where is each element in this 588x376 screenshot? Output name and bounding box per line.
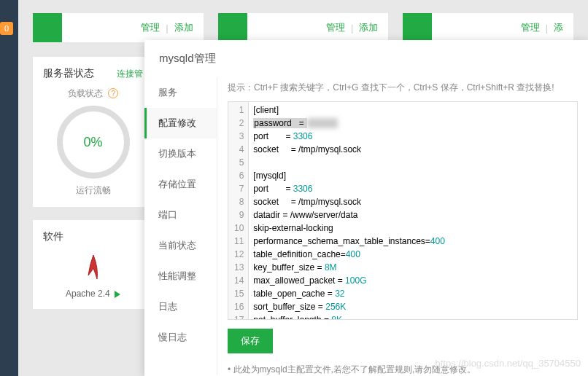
sidebar-item-4[interactable]: 端口 [144,200,217,230]
service-icon-box [33,13,62,42]
panel-title: 软件 [43,230,63,243]
separator: | [166,23,168,34]
left-rail [0,0,18,376]
server-status-panel: 服务器状态 连接管 负载状态 ? 0% 运行流畅 [33,57,153,207]
sidebar-item-2[interactable]: 切换版本 [144,138,217,169]
sidebar-item-5[interactable]: 当前状态 [144,230,217,261]
apache-label: Apache 2.4 [66,289,110,299]
load-label: 负载状态 [68,88,103,98]
code-content[interactable]: [client]password = xxxxxxxport = 3306soc… [249,102,449,320]
line-gutter: 1234567891011121314151617 [228,102,249,320]
help-icon[interactable]: ? [108,88,118,98]
sidebar-item-6[interactable]: 性能调整 [144,261,217,291]
separator: | [546,23,548,34]
editor-hint: 提示：Ctrl+F 搜索关键字，Ctrl+G 查找下一个，Ctrl+S 保存，C… [228,77,578,101]
service-card: 管理 | 添 [403,13,573,42]
modal-title: mysqld管理 [144,40,588,77]
panel-title: 服务器状态 [43,67,94,80]
load-gauge: 0% [57,106,130,179]
service-card: 管理 | 添加 [218,13,389,42]
top-cards-row: 管理 | 添加 管理 | 添加 管理 | 添 [18,0,588,42]
manage-link[interactable]: 管理 [141,21,160,34]
sidebar-item-7[interactable]: 日志 [144,291,217,322]
watermark: https://blog.csdn.net/qq_35704550 [436,358,581,369]
notification-badge[interactable]: 0 [0,22,13,35]
service-icon-box [403,13,432,42]
gauge-status: 运行流畅 [43,184,143,197]
manage-link[interactable]: 管理 [521,21,540,34]
play-icon[interactable] [115,291,120,298]
sidebar-item-0[interactable]: 服务 [144,77,217,108]
connect-link[interactable]: 连接管 [117,68,143,80]
service-icon-box [218,13,247,42]
gauge-percent: 0% [83,135,102,150]
separator: | [351,23,353,34]
modal-sidebar: 服务配置修改切换版本存储位置端口当前状态性能调整日志慢日志 [144,77,217,375]
modal-main: 提示：Ctrl+F 搜索关键字，Ctrl+G 查找下一个，Ctrl+S 保存，C… [217,77,588,375]
manage-link[interactable]: 管理 [326,21,345,34]
config-editor[interactable]: 1234567891011121314151617 [client]passwo… [228,101,578,320]
sidebar-item-8[interactable]: 慢日志 [144,322,217,353]
add-link[interactable]: 添加 [174,21,193,34]
software-panel: 软件 Apache 2.4 [33,220,153,309]
add-link[interactable]: 添加 [359,21,378,34]
add-link[interactable]: 添 [554,21,563,34]
save-button[interactable]: 保存 [228,329,273,353]
sidebar-item-3[interactable]: 存储位置 [144,169,217,200]
service-card: 管理 | 添加 [33,13,204,42]
mysqld-modal: mysqld管理 服务配置修改切换版本存储位置端口当前状态性能调整日志慢日志 提… [144,40,588,376]
sidebar-item-1[interactable]: 配置修改 [144,108,217,138]
apache-icon[interactable] [82,254,104,283]
